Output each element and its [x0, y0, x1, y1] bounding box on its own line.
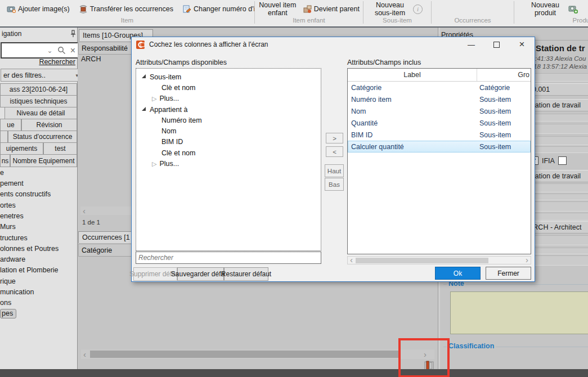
new-product-button[interactable]: Nouveau produit [524, 1, 566, 17]
search-history-chevron-icon[interactable]: ⌄ [47, 47, 53, 55]
tree-item[interactable]: Sous-item [136, 71, 321, 82]
table-row[interactable]: BIM IDSous-item [348, 129, 531, 141]
list-item[interactable]: ortes [0, 201, 16, 209]
filter-tab-ue[interactable]: ue [0, 119, 21, 131]
new-child-item-button[interactable]: Nouvel item enfant [258, 1, 297, 17]
become-parent-button[interactable]: Devient parent [299, 3, 363, 15]
restore-default-button[interactable]: Restaurer défaut [224, 267, 268, 281]
field-band [527, 248, 588, 254]
tree-item[interactable]: ▷Plus... [136, 93, 321, 104]
tree-item[interactable]: Clè et nom [136, 147, 321, 158]
checkbox-unchecked-icon[interactable] [558, 156, 567, 165]
ok-button[interactable]: Ok [435, 267, 481, 280]
list-item[interactable]: ons [0, 299, 11, 307]
scrollbar-thumb[interactable] [90, 351, 401, 358]
filter-tab-status-occurrence[interactable]: Status d'occurrence [8, 131, 77, 143]
remove-column-button[interactable]: < [326, 146, 343, 157]
scroll-left-icon[interactable]: ‹ [81, 352, 88, 357]
field-band [527, 114, 588, 122]
filter-tab-revision[interactable]: Révision [21, 119, 77, 131]
list-item[interactable]: enetres [0, 212, 24, 220]
add-column-button[interactable]: > [326, 133, 343, 143]
properties-fields: 10.001 Station de travail ✓ IFIA Station… [527, 73, 588, 267]
filter-tab-equipements[interactable]: uipements [0, 142, 43, 155]
tree-item[interactable]: Numéro item [136, 115, 321, 125]
sidebar-search-box[interactable]: ⌄ × [1, 42, 79, 59]
tree-item[interactable]: Appartient à [136, 104, 321, 115]
change-item-number-button[interactable]: Changer numéro d'item [179, 3, 254, 15]
clear-search-icon[interactable]: × [70, 47, 75, 54]
table-row[interactable]: QuantitéSous-item [348, 117, 531, 129]
move-down-button[interactable]: Bas [325, 178, 344, 191]
rechercher-link[interactable]: Rechercher [39, 58, 75, 66]
list-item[interactable]: ardware [0, 255, 25, 263]
tab-occurrences[interactable]: Occurrences [1 [78, 231, 139, 243]
move-up-button[interactable]: Haut [325, 164, 344, 177]
list-item[interactable]: tructures [0, 234, 28, 242]
fermer-button[interactable]: Fermer [486, 267, 531, 280]
maximize-button[interactable] [484, 37, 509, 52]
new-subitem-button[interactable]: Nouveau sous-item [369, 1, 411, 17]
list-item[interactable]: lation et Plomberie [0, 266, 59, 274]
list-item[interactable]: olonnes et Poutres [0, 245, 59, 253]
search-icon[interactable] [57, 46, 66, 55]
filter-tab-nombre-equipement[interactable]: Nombre Equipement [10, 154, 77, 167]
list-item-selected[interactable]: pes [0, 309, 16, 318]
tree-item[interactable]: Clè et nom [136, 82, 321, 93]
expander-expanded-icon[interactable] [142, 74, 146, 78]
items-cell-arch[interactable]: ARCH [81, 55, 101, 63]
tree-item[interactable]: Nom [136, 125, 321, 136]
list-item[interactable]: ents constructifs [0, 190, 51, 198]
save-default-button[interactable]: Sauvegarder défaut [177, 267, 224, 281]
scroll-left-icon[interactable]: ‹ [348, 257, 355, 263]
list-item[interactable]: Murs [0, 223, 16, 231]
list-item[interactable]: rique [0, 277, 16, 285]
expander-collapsed-icon[interactable]: ▷ [152, 95, 156, 102]
pin-icon[interactable] [70, 30, 77, 38]
dialog-search-input[interactable] [136, 252, 321, 264]
filter-tab-ns[interactable]: ns [0, 154, 10, 167]
occurrences-column-categorie[interactable]: Catégorie [78, 244, 138, 257]
filter-tab-cut[interactable] [0, 131, 8, 143]
scrollbar-thumb[interactable] [356, 258, 488, 263]
tree-item[interactable]: ▷Plus... [136, 158, 321, 169]
scroll-right-icon[interactable]: › [523, 257, 531, 263]
filter-tab-uniclass[interactable]: ass 23[2010-06-24] [0, 83, 77, 96]
type-field[interactable]: Station de travail [527, 170, 588, 182]
nom-field[interactable]: Station de travail [527, 99, 588, 111]
note-textarea[interactable] [450, 291, 588, 334]
list-item[interactable]: munication [0, 288, 34, 296]
responsabilite-field[interactable]: ARCH - Architect [527, 221, 588, 234]
filter-tab-niveau-detail[interactable]: Niveau de détail [5, 107, 77, 119]
new-subitem-label: Nouveau sous-item [369, 1, 411, 17]
dialog-titlebar[interactable]: Cochez les colonnes à afficher à l'écran… [132, 37, 535, 52]
dialog-title: Cochez les colonnes à afficher à l'écran [149, 41, 459, 48]
column-header-label[interactable]: Label [348, 69, 477, 81]
info-icon[interactable]: i [413, 5, 423, 14]
filter-tab-caracteristiques[interactable]: istiques techniques [0, 95, 77, 107]
included-fields-table[interactable]: Label Gro CatégorieCatégorie Numéro item… [347, 68, 531, 254]
filters-dropdown[interactable]: er des filtres.. ▾ [1, 69, 81, 82]
scroll-left-icon[interactable]: ‹ [80, 208, 88, 214]
minimize-button[interactable]: — [459, 37, 484, 52]
expander-expanded-icon[interactable] [142, 107, 146, 111]
expander-collapsed-icon[interactable]: ▷ [152, 160, 156, 168]
close-button[interactable]: × [509, 37, 535, 52]
add-images-button[interactable]: Ajouter image(s) [3, 3, 73, 15]
table-row[interactable]: CatégorieCatégorie [348, 82, 531, 93]
items-hscrollbar[interactable]: ‹ [80, 207, 131, 215]
table-row[interactable]: Numéro itemSous-item [348, 93, 531, 105]
column-header-groupe[interactable]: Gro [477, 69, 531, 81]
list-item[interactable]: e [0, 169, 4, 177]
tree-item[interactable]: BIM ID [136, 137, 321, 147]
list-item[interactable]: pement [0, 179, 24, 187]
filter-tab-test[interactable]: test [43, 142, 77, 155]
occurrences-hscrollbar[interactable]: ‹ › [81, 349, 434, 359]
table-row[interactable]: NomSous-item [348, 105, 531, 117]
table-hscrollbar[interactable]: ‹ › [347, 256, 531, 264]
filter-tab-label: istiques techniques [10, 97, 67, 105]
available-fields-tree[interactable]: Sous-item Clè et nom ▷Plus... Appartient… [136, 68, 321, 251]
transfer-occurrences-button[interactable]: Transférer les occurrences [75, 3, 177, 15]
numero-field[interactable]: 10.001 [527, 83, 588, 96]
table-row-selected[interactable]: Calculer quantitéSous-item [348, 141, 531, 152]
